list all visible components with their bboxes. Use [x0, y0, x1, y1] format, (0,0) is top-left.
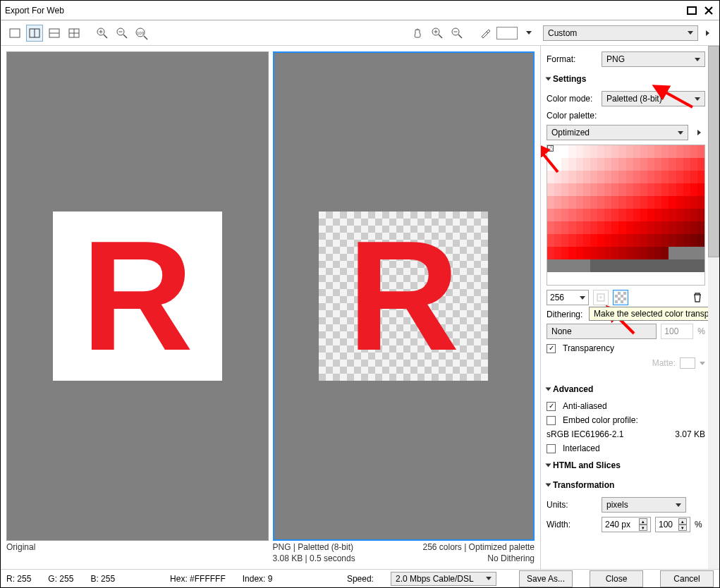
palette-swatch[interactable]	[568, 234, 575, 247]
palette-swatch[interactable]	[590, 145, 597, 158]
section-html-slices[interactable]: HTML and Slices	[547, 458, 705, 473]
palette-swatch[interactable]	[654, 171, 661, 183]
palette-swatch[interactable]	[604, 259, 611, 272]
palette-swatch[interactable]	[611, 158, 618, 171]
palette-swatch[interactable]	[611, 259, 618, 272]
palette-swatch[interactable]	[669, 247, 676, 259]
palette-swatch[interactable]	[561, 234, 568, 247]
palette-swatch[interactable]	[590, 196, 597, 209]
palette-swatch[interactable]	[554, 234, 561, 247]
palette-swatch[interactable]	[647, 234, 654, 247]
matte-color-well[interactable]	[680, 357, 695, 369]
palette-swatch[interactable]	[547, 247, 554, 259]
palette-swatch[interactable]	[640, 145, 647, 158]
palette-swatch[interactable]	[661, 158, 669, 171]
palette-swatch[interactable]	[554, 183, 561, 196]
palette-swatch[interactable]	[690, 221, 697, 234]
palette-swatch[interactable]	[640, 247, 647, 259]
palette-swatch[interactable]	[697, 234, 704, 247]
palette-swatch[interactable]	[597, 196, 604, 209]
palette-swatch[interactable]	[654, 272, 661, 285]
palette-swatch[interactable]	[576, 221, 583, 234]
palette-swatch[interactable]	[647, 259, 654, 272]
palette-swatch[interactable]	[568, 247, 575, 259]
palette-swatch[interactable]	[611, 221, 618, 234]
palette-swatch[interactable]	[597, 183, 604, 196]
palette-swatch[interactable]	[683, 196, 690, 209]
palette-menu-button[interactable]	[692, 125, 705, 140]
palette-swatch[interactable]	[676, 196, 683, 209]
palette-swatch[interactable]	[568, 158, 575, 171]
palette-swatch[interactable]	[661, 234, 669, 247]
palette-swatch[interactable]	[640, 183, 647, 196]
palette-swatch[interactable]	[690, 171, 697, 183]
palette-swatch[interactable]	[683, 183, 690, 196]
palette-swatch[interactable]	[561, 196, 568, 209]
palette-swatch[interactable]	[590, 234, 597, 247]
palette-swatch[interactable]	[583, 196, 590, 209]
preset-select[interactable]: Custom	[543, 25, 698, 41]
palette-swatch[interactable]	[676, 209, 683, 221]
palette-swatch[interactable]	[590, 247, 597, 259]
palette-swatch[interactable]	[604, 221, 611, 234]
palette-swatch[interactable]	[554, 221, 561, 234]
palette-swatch[interactable]	[654, 158, 661, 171]
palette-swatch[interactable]	[669, 183, 676, 196]
dither-amount-input[interactable]: 100	[661, 324, 693, 339]
palette-swatch[interactable]	[568, 145, 575, 158]
palette-swatch[interactable]	[561, 158, 568, 171]
palette-swatch[interactable]	[590, 171, 597, 183]
palette-swatch[interactable]	[697, 158, 704, 171]
palette-swatch[interactable]	[669, 158, 676, 171]
width-input[interactable]: 240 px▴▾	[602, 517, 651, 532]
palette-swatch[interactable]	[669, 234, 676, 247]
palette-swatch[interactable]	[676, 247, 683, 259]
palette-swatch[interactable]	[590, 259, 597, 272]
palette-swatch[interactable]	[604, 183, 611, 196]
palette-swatch[interactable]	[683, 247, 690, 259]
palette-swatch[interactable]	[618, 247, 626, 259]
palette-swatch[interactable]	[690, 234, 697, 247]
palette-swatch[interactable]	[604, 158, 611, 171]
palette-swatch[interactable]	[611, 272, 618, 285]
units-select[interactable]: pixels	[602, 497, 686, 513]
palette-swatch[interactable]	[583, 272, 590, 285]
palette-swatch[interactable]	[669, 171, 676, 183]
palette-swatch[interactable]	[568, 221, 575, 234]
palette-swatch[interactable]	[633, 183, 640, 196]
palette-swatch[interactable]	[576, 145, 583, 158]
palette-swatch[interactable]	[604, 171, 611, 183]
palette-swatch[interactable]	[576, 196, 583, 209]
preset-menu-button[interactable]	[701, 25, 714, 41]
palette-swatch[interactable]	[690, 145, 697, 158]
palette-swatch[interactable]	[654, 247, 661, 259]
palette-swatch[interactable]	[561, 259, 568, 272]
transparency-checkbox[interactable]	[547, 344, 556, 353]
palette-swatch[interactable]	[583, 259, 590, 272]
palette-swatch[interactable]	[561, 209, 568, 221]
palette-swatch[interactable]	[547, 158, 554, 171]
palette-swatch[interactable]	[604, 145, 611, 158]
layout-single-icon[interactable]	[6, 25, 23, 42]
palette-swatch[interactable]	[576, 259, 583, 272]
palette-swatch[interactable]	[561, 171, 568, 183]
palette-swatch[interactable]	[576, 247, 583, 259]
palette-swatch[interactable]	[583, 145, 590, 158]
palette-swatch[interactable]	[654, 145, 661, 158]
palette-swatch[interactable]	[554, 209, 561, 221]
palette-swatch[interactable]	[597, 145, 604, 158]
palette-swatch[interactable]	[604, 272, 611, 285]
palette-swatch[interactable]	[633, 221, 640, 234]
palette-swatch[interactable]	[661, 196, 669, 209]
zoom-in-icon[interactable]	[94, 25, 111, 42]
cancel-button[interactable]: Cancel	[660, 570, 714, 587]
close-button[interactable]: Close	[590, 570, 643, 587]
palette-swatch[interactable]	[690, 259, 697, 272]
palette-swatch[interactable]	[654, 209, 661, 221]
palette-swatch[interactable]	[547, 272, 554, 285]
palette-swatch[interactable]	[647, 183, 654, 196]
palette-swatch[interactable]	[676, 221, 683, 234]
palette-swatch[interactable]	[633, 158, 640, 171]
palette-swatch[interactable]	[669, 221, 676, 234]
palette-swatch[interactable]	[697, 209, 704, 221]
